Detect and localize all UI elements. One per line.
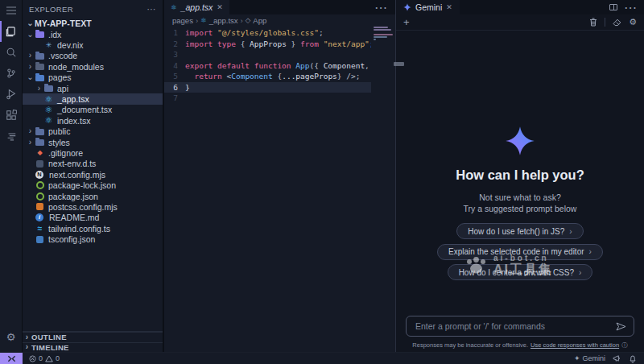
code-line-2[interactable]: 2import type { AppProps } from "next/app… [164, 39, 395, 50]
tree-item-README.md[interactable]: iREADME.md [23, 213, 163, 223]
tree-item-index.tsx[interactable]: ⚛index.tsx [23, 115, 163, 126]
react-icon: ⚛ [43, 116, 54, 125]
folder-icon [35, 127, 45, 136]
chevron-down-icon: ⌄ [26, 31, 35, 39]
tree-item-_app.tsx[interactable]: ⚛_app.tsx [23, 93, 163, 104]
code-token: } />; [337, 71, 361, 82]
chevron-right-icon: › [26, 52, 35, 60]
run-debug-icon[interactable] [0, 84, 23, 105]
line-number: 1 [164, 27, 185, 39]
outline-section[interactable]: › OUTLINE [23, 332, 163, 342]
breadcrumb-symbol[interactable]: App [253, 16, 266, 25]
close-icon[interactable]: ✕ [446, 3, 452, 11]
line-number: 4 [164, 60, 185, 72]
tree-item-pages[interactable]: ⌄pages [23, 72, 163, 83]
breadcrumb-sep-icon: › [196, 16, 198, 25]
file-label: package.json [48, 192, 98, 201]
search-icon[interactable] [0, 42, 23, 63]
tree-item-next.config.mjs[interactable]: Nnext.config.mjs [23, 169, 163, 180]
tab-app-tsx[interactable]: ⚛ _app.tsx ✕ [164, 0, 229, 14]
tree-item-node_modules[interactable]: ›node_modules [23, 61, 163, 72]
code-line-5[interactable]: 5 return <Component {...pageProps} />; [164, 71, 395, 82]
gemini-logo-icon [505, 126, 535, 156]
tree-item-postcss.config.mjs[interactable]: postcss.config.mjs [23, 201, 163, 212]
chevron-right-icon: › [589, 247, 592, 256]
tree-item-tailwind.config.ts[interactable]: ≈tailwind.config.ts [23, 223, 163, 234]
settings-gear-icon[interactable]: ⚙ [0, 326, 23, 347]
prompt-input[interactable] [414, 321, 616, 332]
file-label: next.config.mjs [49, 170, 105, 180]
file-label: _app.tsx [57, 94, 89, 104]
minimap[interactable] [371, 26, 395, 352]
app-window: ⚙ EXPLORER ⋯ ⌄ MY-APP-TEXT ⌄.idx✳dev.nix… [0, 0, 644, 364]
breadcrumb-file[interactable]: _app.tsx [209, 16, 238, 25]
tab-gemini[interactable]: Gemini ✕ [396, 0, 460, 14]
activity-bar: ⚙ [0, 0, 23, 352]
tree-item-package-lock.json[interactable]: package-lock.json [23, 180, 163, 190]
disclaimer: Responses may be inaccurate or offensive… [396, 340, 644, 350]
close-icon[interactable]: ✕ [217, 3, 223, 11]
remote-indicator[interactable] [0, 353, 23, 364]
menu-icon[interactable] [0, 0, 23, 21]
split-editor-icon[interactable] [609, 4, 617, 10]
scrollbar-thumb[interactable] [394, 62, 404, 66]
bell-icon[interactable] [629, 354, 637, 363]
gemini-status-item[interactable]: ✦ Gemini [574, 354, 605, 362]
gemini-settings-icon[interactable]: ⚙ [629, 17, 637, 27]
code-line-4[interactable]: 4export default function App({ Component… [164, 60, 395, 72]
idx-panel-icon[interactable] [0, 126, 23, 147]
tree-item-next-env.d.ts[interactable]: next-env.d.ts [23, 159, 163, 169]
new-chat-icon[interactable]: + [403, 16, 410, 28]
timeline-section[interactable]: › TIMELINE [23, 342, 163, 353]
extensions-icon[interactable] [0, 105, 23, 126]
tree-item-.idx[interactable]: ⌄.idx [23, 29, 163, 39]
tree-item-_document.tsx[interactable]: ⚛_document.tsx [23, 105, 163, 115]
file-label: dev.nix [57, 40, 84, 50]
folder-icon [35, 138, 45, 147]
problems-indicator[interactable]: 0 0 [29, 354, 60, 362]
file-label: .gitignore [48, 148, 83, 158]
suggested-prompt-3[interactable]: How do I center a div with CSS?› [448, 264, 593, 280]
explorer-icon[interactable] [0, 21, 23, 42]
gemini-status-label: Gemini [582, 354, 605, 362]
send-icon[interactable] [616, 322, 626, 331]
code-line-7[interactable]: 7 [164, 93, 395, 104]
code-editor[interactable]: 1import "@/styles/globals.css";2import t… [164, 26, 395, 352]
editor-more-icon[interactable]: ⋯ [374, 0, 387, 15]
eraser-icon[interactable] [613, 19, 621, 27]
gemini-star-icon [403, 3, 411, 11]
panel-more-icon[interactable]: ⋯ [624, 0, 637, 15]
code-token: "@/styles/globals.css" [217, 27, 319, 39]
code-line-1[interactable]: 1import "@/styles/globals.css"; [164, 27, 395, 39]
tree-item-.vscode[interactable]: ›.vscode [23, 51, 163, 61]
next-icon: N [35, 171, 43, 179]
tree-item-api[interactable]: ›api [23, 83, 163, 93]
tree-root[interactable]: ⌄ MY-APP-TEXT [23, 18, 163, 29]
file-label: api [57, 84, 68, 93]
tree-item-package.json[interactable]: package.json [23, 191, 163, 201]
tree-item-public[interactable]: ›public [23, 126, 163, 137]
code-token: } [185, 82, 190, 93]
suggested-prompt-2[interactable]: Explain the selected code in my editor› [437, 244, 603, 260]
source-control-icon[interactable] [0, 63, 23, 84]
tree-item-tsconfig.json[interactable]: tsconfig.json [23, 234, 163, 244]
tree-item-dev.nix[interactable]: ✳dev.nix [23, 39, 163, 50]
code-line-3[interactable]: 3 [164, 49, 395, 60]
gemini-tab-bar: Gemini ✕ ⋯ [396, 0, 644, 14]
trash-icon[interactable] [589, 18, 597, 27]
tree-item-styles[interactable]: ›styles [23, 137, 163, 147]
npm-icon [35, 181, 45, 190]
code-line-6[interactable]: 6} [164, 82, 395, 93]
feedback-icon[interactable] [613, 354, 621, 362]
disclaimer-link[interactable]: Use code responses with caution [530, 341, 619, 349]
breadcrumb-folder[interactable]: pages [172, 16, 193, 25]
chevron-down-icon: ⌄ [26, 73, 35, 81]
symbol-icon: ◇ [246, 16, 251, 24]
tailwind-icon: ≈ [35, 224, 45, 233]
file-label: .idx [48, 30, 61, 39]
tree-item-.gitignore[interactable]: ◆.gitignore [23, 147, 163, 158]
gemini-toolbar: + ⚙ [396, 14, 644, 31]
explorer-more-icon[interactable]: ⋯ [147, 4, 156, 14]
suggested-prompt-1[interactable]: How do I use fetch() in JS?› [456, 223, 583, 239]
chevron-right-icon: › [23, 343, 31, 351]
